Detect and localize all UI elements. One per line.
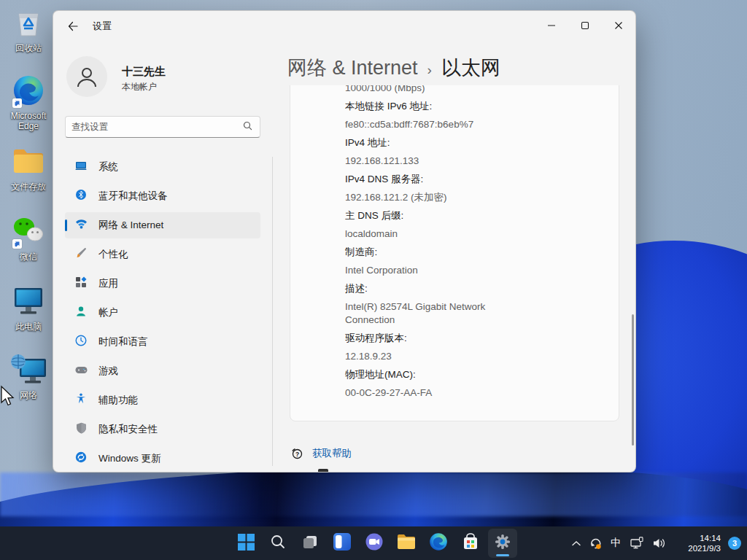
search-box[interactable] [65, 116, 260, 138]
folder-icon [12, 148, 44, 177]
titlebar: 设置 [53, 11, 635, 42]
gaming-icon [75, 365, 88, 378]
get-help-label: 获取帮助 [312, 447, 352, 460]
property-label: 制造商: [345, 246, 564, 259]
chat-button[interactable] [360, 529, 389, 558]
sidebar-item-label: 隐私和安全性 [98, 423, 158, 436]
settings-gear-button[interactable] [488, 529, 517, 558]
minimize-button[interactable] [535, 11, 568, 40]
network-tray-icon[interactable] [626, 530, 648, 556]
property-label: IPv4 DNS 服务器: [345, 173, 564, 186]
property-label: IPv4 地址: [345, 136, 564, 149]
sidebar-item-label: 网络 & Internet [98, 219, 163, 232]
notification-badge[interactable]: 3 [728, 537, 741, 550]
taskbar-search-button[interactable] [263, 529, 293, 558]
bluetooth-icon [75, 189, 87, 203]
volume-icon[interactable] [648, 530, 670, 556]
wallpaper-ribbon [0, 472, 747, 516]
property-value: fe80::cd5a:bdff:7687:b6eb%7 [345, 118, 513, 131]
sidebar-item-5[interactable]: 应用 [65, 271, 260, 297]
sidebar-item-4[interactable]: 个性化 [65, 241, 260, 268]
taskbar: 中 14:14 2021/9/3 3 [0, 526, 747, 560]
desktop-icon-5[interactable]: 此电脑 [0, 286, 57, 332]
shortcut-arrow-icon [12, 98, 22, 108]
settings-window: 设置 十三先生 本地帐户 系统蓝牙和其他设备网络 & Internet个性化应用… [53, 10, 636, 472]
search-icon [243, 120, 252, 133]
sidebar-item-label: 个性化 [98, 248, 128, 261]
store-button[interactable] [456, 529, 485, 558]
start-button[interactable] [231, 529, 260, 558]
sidebar-item-label: Windows 更新 [98, 452, 161, 465]
sidebar-divider [272, 157, 273, 466]
store-icon [462, 533, 479, 553]
property-value: 00-0C-29-27-AA-FA [345, 386, 513, 400]
sidebar-item-7[interactable]: 时间和语言 [65, 329, 260, 355]
taskbar-clock[interactable]: 14:14 2021/9/3 [673, 533, 721, 553]
personalization-icon [75, 247, 87, 262]
breadcrumb-parent[interactable]: 网络 & Internet [287, 55, 418, 81]
task-view-icon [301, 533, 319, 553]
back-button[interactable] [62, 15, 84, 37]
sidebar-item-6[interactable]: 帐户 [65, 300, 260, 326]
sidebar-item-1[interactable]: 系统 [65, 154, 260, 180]
desktop-icon-label: 文件存放 [11, 182, 46, 192]
property-value: Intel(R) 82574L Gigabit Network Connecti… [345, 300, 513, 327]
vertical-scrollbar[interactable] [632, 314, 634, 446]
file-explorer-button[interactable] [392, 529, 421, 558]
accessibility-icon [75, 393, 87, 408]
sidebar-item-label: 游戏 [98, 365, 118, 378]
system-tray: 中 14:14 2021/9/3 3 [568, 526, 744, 560]
sidebar-item-9[interactable]: 辅助功能 [65, 387, 260, 413]
edge-taskbar-button[interactable] [424, 529, 453, 558]
sidebar-item-2[interactable]: 蓝牙和其他设备 [65, 183, 260, 209]
settings-gear-icon [493, 532, 512, 554]
windows-update-icon [75, 451, 87, 466]
window-title: 设置 [93, 20, 112, 33]
sidebar-item-3[interactable]: 网络 & Internet [65, 212, 260, 238]
ime-indicator[interactable]: 中 [605, 530, 626, 556]
desktop-icon-2[interactable]: Microsoft Edge [0, 75, 57, 131]
property-value: 1000/1000 (Mbps) [345, 85, 513, 95]
this-pc-icon [12, 286, 45, 319]
search-input[interactable] [66, 122, 243, 132]
content-scroll-area: 1000/1000 (Mbps)本地链接 IPv6 地址:fe80::cd5a:… [278, 85, 631, 472]
taskbar-center-icons [231, 529, 520, 558]
tray-date: 2021/9/3 [673, 543, 721, 553]
feedback-icon-partial [318, 469, 328, 472]
breadcrumb-separator-icon: › [427, 62, 432, 78]
back-arrow-icon [67, 20, 79, 32]
user-account-type: 本地帐户 [122, 81, 157, 93]
sidebar-item-label: 帐户 [98, 306, 118, 319]
desktop-icon-4[interactable]: 微信 [0, 216, 57, 262]
desktop-icon-label: Microsoft Edge [1, 111, 55, 131]
svg-text:?: ? [295, 451, 299, 458]
desktop-icon-1[interactable]: 回收站 [0, 7, 57, 53]
close-button[interactable] [602, 11, 635, 40]
get-help-link[interactable]: ? 获取帮助 [290, 447, 352, 460]
sidebar-item-10[interactable]: 隐私和安全性 [65, 416, 260, 443]
task-view-button[interactable] [295, 529, 325, 558]
widgets-button[interactable] [328, 529, 357, 558]
avatar[interactable] [66, 56, 107, 97]
update-pending-icon[interactable] [585, 530, 605, 556]
system-icon [75, 160, 87, 174]
start-icon [237, 533, 255, 554]
sidebar-item-8[interactable]: 游戏 [65, 358, 260, 384]
user-name: 十三先生 [122, 65, 166, 79]
mouse-cursor [0, 384, 15, 408]
desktop-icon-3[interactable]: 文件存放 [0, 146, 57, 192]
selected-indicator [65, 219, 67, 231]
active-app-indicator [496, 554, 509, 556]
sidebar-item-11[interactable]: Windows 更新 [65, 446, 260, 472]
property-label: 驱动程序版本: [345, 332, 564, 345]
maximize-button[interactable] [568, 11, 602, 40]
chevron-up-icon[interactable] [568, 530, 585, 556]
wifi-icon [75, 219, 88, 232]
tray-time: 14:14 [673, 533, 721, 543]
apps-icon [75, 276, 87, 291]
desktop-icon-label: 此电脑 [15, 322, 42, 332]
desktop-icon-label: 网络 [20, 390, 37, 400]
sidebar-item-label: 辅助功能 [98, 394, 138, 407]
sidebar-item-label: 应用 [98, 277, 118, 290]
page-title: 以太网 [441, 55, 500, 81]
